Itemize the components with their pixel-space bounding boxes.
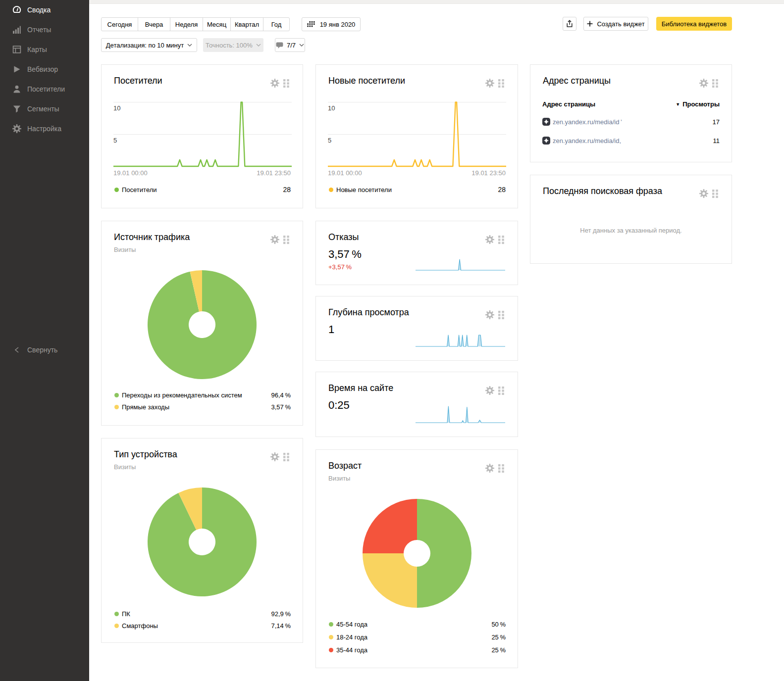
legend-item[interactable]: 18-24 года 25 % [328,633,506,641]
last-search-phrase-widget: Последняя поисковая фраза Нет данных за … [530,175,732,264]
legend-item[interactable]: 45-54 года 50 % [328,620,506,628]
widget-drag-handle[interactable] [712,190,718,198]
period-button[interactable]: Сегодня [102,18,138,31]
legend-dot [114,405,119,409]
no-data-message: Нет данных за указанный период. [530,227,732,234]
comments-dropdown[interactable]: 7/7 [275,38,305,52]
legend-item[interactable]: Переходы из рекомендательных систем 96,4… [113,391,291,399]
widget-drag-handle[interactable] [283,236,289,244]
legend-dot [114,393,119,397]
sidebar-item-label: Посетители [27,85,65,93]
views-value: 17 [713,118,720,126]
legend-label: Посетители [122,186,157,194]
sidebar-collapse-button[interactable]: Свернуть [0,340,89,360]
widget-settings-button[interactable] [270,79,279,88]
x-axis-end-label: 19.01 23:50 [257,169,291,177]
drag-handle-icon [498,387,504,395]
gear-icon [270,452,279,461]
chevron-down-icon [299,44,304,47]
legend-dot [329,622,333,627]
widget-subtitle: Визиты [114,246,136,253]
widget-title: Адрес страницы [543,76,611,86]
sidebar-collapse-label: Свернуть [27,346,57,354]
page-url-link[interactable]: zen.yandex.ru/media/id, [553,137,621,145]
legend-item[interactable]: ПК 92,9 % [113,610,291,618]
gear-icon [485,386,494,395]
sidebar-item-reports[interactable]: Отчеты [0,20,89,40]
settings-icon [12,124,21,133]
view-depth-sparkline [416,328,505,347]
comment-bubble-icon [276,42,283,49]
period-button[interactable]: Вчера [138,18,170,31]
column-header-views[interactable]: ▼ Просмотры [676,100,720,108]
gear-icon [270,79,279,88]
legend-item[interactable]: 35-44 года 25 % [328,646,506,654]
new-visitors-widget: Новые посетители 10 5 19.01 00:00 19.01 … [315,64,518,208]
widget-settings-button[interactable] [699,79,708,88]
drag-handle-icon [498,464,504,473]
sidebar-item-visitors[interactable]: Посетители [0,79,89,99]
widget-drag-handle[interactable] [498,311,504,319]
page-url-link[interactable]: zen.yandex.ru/media/id ʼ [553,118,622,126]
legend-value: 25 % [491,633,506,641]
legend-item[interactable]: Прямые заходы 3,57 % [113,403,291,411]
legend-value: 50 % [491,621,506,628]
widget-drag-handle[interactable] [712,79,718,88]
precision-dropdown[interactable]: Точность: 100% [203,38,263,52]
widget-drag-handle[interactable] [283,79,289,88]
widget-drag-handle[interactable] [283,453,289,461]
zen-favicon [542,118,550,126]
sidebar-item-maps[interactable]: Карты [0,40,89,59]
widget-settings-button[interactable] [485,386,494,395]
metric-delta: +3,57 % [328,263,352,271]
period-button[interactable]: Год [263,18,289,31]
metric-value: 0:25 [328,399,350,412]
sidebar: Сводка Отчеты Карты Вебвизор Посетители [0,0,89,681]
widget-settings-button[interactable] [270,452,279,461]
period-button[interactable]: Квартал [231,18,263,31]
detalization-dropdown[interactable]: Детализация: по 10 минут [101,38,197,52]
sidebar-item-settings[interactable]: Настройка [0,119,89,139]
x-axis-start-label: 19.01 00:00 [113,169,148,177]
widget-settings-button[interactable] [699,189,708,198]
gear-icon [699,189,708,198]
sidebar-item-segments[interactable]: Сегменты [0,99,89,119]
drag-handle-icon [498,311,504,319]
widget-drag-handle[interactable] [498,79,504,88]
maps-icon [12,45,21,54]
time-on-site-sparkline [416,404,505,424]
period-segmented-control: Сегодня Вчера Неделя Месяц Квартал Год [101,17,290,31]
widget-title: Источник трафика [114,232,190,243]
column-header-url[interactable]: Адрес страницы [542,100,595,108]
widget-settings-button[interactable] [485,464,494,473]
widget-settings-button[interactable] [485,235,494,244]
widget-drag-handle[interactable] [498,387,504,395]
widget-drag-handle[interactable] [498,236,504,244]
sidebar-item-webvisor[interactable]: Вебвизор [0,59,89,79]
date-picker-button[interactable]: 19 янв 2020 [302,17,361,31]
widget-library-button[interactable]: Библиотека виджетов [656,17,732,31]
comments-label: 7/7 [287,42,296,49]
period-button[interactable]: Неделя [170,18,203,31]
legend-item[interactable]: Посетители 28 [113,186,291,194]
gear-icon [270,235,279,244]
legend-item[interactable]: Смартфоны 7,14 % [113,622,291,630]
widget-settings-button[interactable] [485,79,494,88]
sidebar-item-label: Вебвизор [27,65,58,73]
legend-item[interactable]: Новые посетители 28 [328,186,506,194]
drag-handle-icon [283,236,289,244]
period-button[interactable]: Месяц [203,18,231,31]
widget-drag-handle[interactable] [498,464,504,473]
gear-icon [485,235,494,244]
widget-settings-button[interactable] [270,235,279,244]
share-icon [566,20,574,28]
sidebar-item-dashboard[interactable]: Сводка [0,0,89,20]
export-share-button[interactable] [563,17,576,31]
legend-dot [114,624,119,628]
table-row: zen.yandex.ru/media/id, 11 [542,135,720,146]
date-picker-label: 19 янв 2020 [320,21,356,28]
widget-title: Глубина просмотра [328,307,409,318]
create-widget-button[interactable]: Создать виджет [583,17,648,31]
widget-settings-button[interactable] [485,310,494,319]
legend-label: 18-24 года [336,633,367,641]
